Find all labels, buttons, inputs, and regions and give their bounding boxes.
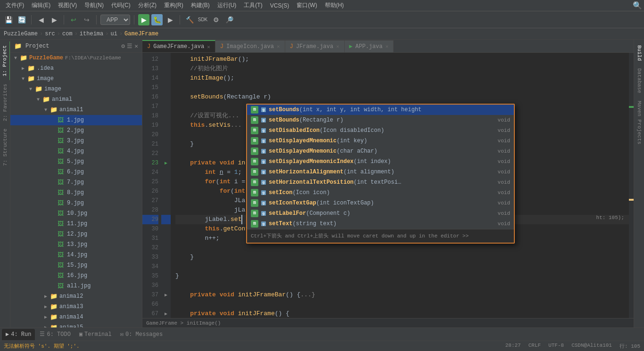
tree-item-animal[interactable]: ▼ 📁 animal (10, 94, 142, 105)
tree-item-15jpg[interactable]: 🖼 15.jpg (10, 260, 142, 270)
bottom-tab-terminal[interactable]: ▣ Terminal (75, 329, 116, 340)
menu-item-nav[interactable]: 导航(N) (81, 0, 107, 10)
editor-content[interactable]: 12 13 14 15 16 17 18 19 20 21 22 23 24 2… (142, 53, 634, 318)
tree-item-16jpg[interactable]: 🖼 16.jpg (10, 270, 142, 281)
ac-item-settext[interactable]: m g setText(string text) void (247, 219, 514, 229)
editor-scrollbar[interactable] (629, 53, 634, 318)
ac-item-seticontextgap[interactable]: m g setIconTextGap(int iconTextGap) void (247, 198, 514, 208)
tree-item-7jpg[interactable]: 🖼 7.jpg (10, 177, 142, 188)
project-close-icon[interactable]: ✕ (134, 42, 138, 50)
menu-item-help[interactable]: 帮助(H) (321, 0, 348, 10)
tree-item-animal1[interactable]: ▼ 📁 animal1 (10, 105, 142, 115)
tab-close-app[interactable]: ✕ (385, 43, 388, 49)
tree-item-image1[interactable]: ▼ 📁 image (10, 73, 142, 84)
bottom-tab-messages[interactable]: ✉ 0: Messages (116, 329, 166, 340)
tree-item-animal5[interactable]: ▶ 📁 animal5 (10, 322, 142, 327)
save-button[interactable]: 💾 (3, 14, 14, 25)
breadcrumb-gamejframe[interactable]: GameJFrame (124, 31, 158, 37)
ac-item-setdisplayedmnemonic2[interactable]: m g setDisplayedMnemonic(char aChar) voi… (247, 146, 514, 156)
back-button[interactable]: ◀ (35, 14, 47, 25)
tab-close-gamejframe[interactable]: ✕ (207, 44, 210, 50)
settings-button[interactable]: ⚙ (210, 14, 222, 25)
coverage-button[interactable]: ▶ (165, 14, 176, 25)
project-settings-icon[interactable]: ⚙ (121, 42, 125, 50)
tree-item-2jpg[interactable]: 🖼 2.jpg (10, 125, 142, 136)
tree-item-idea[interactable]: ▶ 📁 .idea (10, 63, 142, 73)
right-tab-build[interactable]: Build (635, 41, 644, 65)
tree-item-animal3[interactable]: ▶ 📁 animal3 (10, 302, 142, 312)
ac-item-seticon[interactable]: m g setIcon(Icon icon) void (247, 188, 514, 198)
menu-item-vcs[interactable]: VCS(S) (266, 1, 293, 10)
code-area[interactable]: initJFrameBar(); //初始化图片 initImage(); se… (171, 53, 629, 318)
forward-button[interactable]: ▶ (49, 14, 60, 25)
tree-item-alljpg[interactable]: 🖼 all.jpg (10, 281, 142, 291)
undo-button[interactable]: ↩ (68, 14, 79, 25)
breadcrumb-ui[interactable]: ui (110, 31, 117, 37)
bottom-tab-run[interactable]: ▶ 4: Run (2, 329, 35, 340)
tree-item-animal2[interactable]: ▶ 📁 animal2 (10, 291, 142, 302)
tree-item-14jpg[interactable]: 🖼 14.jpg (10, 250, 142, 260)
ac-item-setbounds2[interactable]: m g setBounds(Rectangle r) void (247, 115, 514, 125)
menu-item-code[interactable]: 代码(C) (107, 0, 134, 10)
side-tab-favorites[interactable]: 2: Favorites (0, 80, 10, 125)
tree-item-image2[interactable]: ▼ 📁 image (10, 84, 142, 94)
status-position[interactable]: 28:27 (505, 343, 521, 350)
tree-item-11jpg[interactable]: 🖼 11.jpg (10, 219, 142, 229)
right-tab-database[interactable]: Database (635, 65, 644, 97)
menu-item-tools[interactable]: 工具(T) (240, 0, 266, 10)
debug-button[interactable]: 🐛 (151, 14, 163, 25)
tab-jframe[interactable]: J JFrame.java ✕ (285, 40, 345, 52)
tab-app[interactable]: ▶ APP.java ✕ (345, 40, 394, 52)
menu-item-run[interactable]: 运行(U) (214, 0, 240, 10)
search-everywhere-icon[interactable]: 🔍 (633, 1, 642, 10)
run-button[interactable]: ▶ (138, 14, 149, 25)
tree-item-13jpg[interactable]: 🖼 13.jpg (10, 239, 142, 250)
tree-item-12jpg[interactable]: 🖼 12.jpg (10, 229, 142, 239)
bottom-tab-todo[interactable]: ☰ 6: TODO (36, 329, 74, 340)
breadcrumb-src[interactable]: src (45, 31, 55, 37)
sdk-button[interactable]: SDK (197, 14, 208, 25)
tree-item-9jpg[interactable]: 🖼 9.jpg (10, 198, 142, 208)
redo-button[interactable]: ↪ (81, 14, 92, 25)
side-tab-structure[interactable]: 7: Structure (0, 125, 10, 170)
tab-imageicon[interactable]: J ImageIcon.java ✕ (215, 40, 285, 52)
breadcrumb-puzzlegame[interactable]: PuzzleGame (4, 31, 38, 37)
menu-item-view[interactable]: 视图(V) (54, 0, 81, 10)
project-layout-icon[interactable]: ☰ (127, 42, 132, 50)
ac-item-setdisplayedmnemonic1[interactable]: m g setDisplayedMnemonic(int key) void (247, 136, 514, 146)
tree-item-puzzlegame[interactable]: ▼ 📁 PuzzleGame F:\IDEA\PuzzleGame (10, 53, 142, 63)
ac-item-setdisabledicon[interactable]: m g setDisabledIcon(Icon disabledIcon) v… (247, 125, 514, 136)
find-button[interactable]: 🔎 (223, 14, 235, 25)
ac-item-sethorizontalalignment[interactable]: m g setHorizontalAlignment(int alignment… (247, 167, 514, 177)
menu-item-analyze[interactable]: 分析(Z) (134, 0, 160, 10)
tab-close-imageicon[interactable]: ✕ (277, 43, 280, 49)
right-tab-maven[interactable]: Maven Projects (635, 97, 644, 148)
breadcrumb-com[interactable]: com (62, 31, 73, 37)
ac-item-setdisplayedmnemonicindex[interactable]: m g setDisplayedMnemonicIndex(int index)… (247, 156, 514, 167)
sync-button[interactable]: 🔄 (16, 14, 27, 25)
ac-item-setlabelfor[interactable]: m g setLabelFor(Component c) void (247, 208, 514, 219)
menu-item-refactor[interactable]: 重构(R) (160, 0, 187, 10)
ac-item-sethorizontaltextposition[interactable]: m g setHorizontalTextPosition(int textPo… (247, 177, 514, 188)
tree-item-10jpg[interactable]: 🖼 10.jpg (10, 208, 142, 219)
menu-item-build[interactable]: 构建(B) (187, 0, 214, 10)
menu-item-edit[interactable]: 编辑(E) (28, 0, 54, 10)
breadcrumb-itheima[interactable]: itheima (80, 31, 103, 37)
tab-gamejframe[interactable]: J GameJFrame.java ✕ (142, 40, 215, 52)
tree-item-3jpg[interactable]: 🖼 3.jpg (10, 136, 142, 146)
status-crlf[interactable]: CRLF (528, 343, 541, 350)
side-tab-project[interactable]: 1: Project (0, 41, 10, 80)
tree-item-animal4[interactable]: ▶ 📁 animal4 (10, 312, 142, 322)
run-config-dropdown[interactable]: APP (100, 15, 130, 25)
tab-close-jframe[interactable]: ✕ (336, 43, 339, 49)
menu-item-file[interactable]: 文件(F) (2, 0, 28, 10)
build-project-button[interactable]: 🔨 (184, 14, 195, 25)
tree-item-4jpg[interactable]: 🖼 4.jpg (10, 146, 142, 156)
autocomplete-dropdown[interactable]: m g setBounds(int x, int y, int width, i… (246, 104, 515, 244)
tree-item-6jpg[interactable]: 🖼 6.jpg (10, 167, 142, 177)
tree-item-1jpg[interactable]: 🖼 1.jpg (10, 115, 142, 125)
ac-item-setbounds1[interactable]: m g setBounds(int x, int y, int width, i… (247, 105, 514, 115)
menu-item-window[interactable]: 窗口(W) (293, 0, 321, 10)
tree-item-8jpg[interactable]: 🖼 8.jpg (10, 188, 142, 198)
status-charset[interactable]: UTF-8 (548, 343, 564, 350)
